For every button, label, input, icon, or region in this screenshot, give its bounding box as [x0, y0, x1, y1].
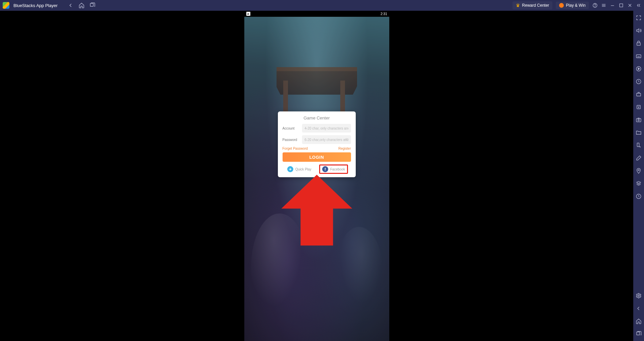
rightbar-bottom — [636, 293, 642, 341]
location-icon[interactable] — [636, 168, 642, 174]
statusbar-badge: A — [246, 12, 250, 16]
login-title: Game Center — [283, 115, 351, 120]
titlebar-left: BlueStacks App Player — [3, 2, 95, 9]
right-sidebar — [633, 11, 644, 341]
password-input[interactable] — [302, 135, 351, 144]
play-and-win-button[interactable]: Play & Win — [556, 2, 589, 9]
svg-rect-10 — [636, 118, 641, 122]
play-win-label: Play & Win — [566, 3, 586, 8]
show-password-icon[interactable] — [344, 137, 349, 142]
screenshot-icon[interactable] — [636, 117, 642, 123]
rotate-icon[interactable] — [636, 142, 642, 148]
macro-icon[interactable] — [636, 104, 642, 110]
quick-play-button[interactable]: ✈ Quick Play — [285, 165, 313, 173]
svg-point-15 — [638, 295, 640, 297]
reward-center-button[interactable]: ♛ Reward Center — [512, 1, 553, 9]
login-button[interactable]: LOGIN — [283, 152, 351, 162]
multi-instance-icon[interactable] — [636, 181, 642, 187]
quick-play-label: Quick Play — [295, 167, 311, 171]
svg-rect-5 — [636, 55, 641, 58]
facebook-login-button[interactable]: f Facebook — [319, 164, 348, 174]
register-link[interactable]: Register — [338, 147, 351, 150]
crown-icon: ♛ — [516, 3, 520, 8]
maximize-icon[interactable] — [618, 3, 624, 8]
facebook-label: Facebook — [330, 167, 345, 171]
volume-icon[interactable] — [636, 28, 642, 34]
android-home-icon[interactable] — [636, 318, 642, 324]
password-label: Password — [283, 138, 299, 142]
media-folder-icon[interactable] — [636, 130, 642, 136]
eraser-icon[interactable] — [636, 155, 642, 161]
social-row: ✈ Quick Play f Facebook — [283, 164, 351, 174]
login-card: Game Center Account Password Forget Pass… — [278, 111, 356, 177]
account-row: Account — [283, 124, 351, 133]
help-icon[interactable] — [592, 3, 598, 8]
recent-apps-icon[interactable] — [89, 2, 95, 8]
temple-gate-art — [266, 54, 367, 121]
back-icon[interactable] — [68, 2, 74, 8]
bluestacks-logo-icon — [3, 2, 9, 9]
settings-icon[interactable] — [636, 293, 642, 299]
toolbox-icon[interactable] — [636, 91, 642, 97]
reward-center-label: Reward Center — [522, 3, 549, 8]
svg-rect-4 — [637, 43, 641, 46]
svg-rect-8 — [637, 93, 641, 96]
collapse-sidebar-icon[interactable] — [636, 3, 641, 8]
statusbar-time: 2:31 — [381, 12, 387, 16]
svg-rect-0 — [90, 3, 93, 6]
nav-icons — [68, 2, 95, 8]
svg-point-13 — [638, 169, 639, 171]
keyboard-icon[interactable] — [636, 53, 642, 59]
facebook-icon: f — [322, 166, 328, 172]
svg-point-11 — [638, 119, 640, 121]
links-row: Forget Password Register — [283, 147, 351, 150]
phone-frame: A 2:31 Game Center Account Password Fo — [244, 11, 389, 341]
install-apk-icon[interactable] — [636, 66, 642, 72]
lock-cursor-icon[interactable] — [636, 40, 642, 46]
svg-rect-3 — [620, 4, 623, 7]
svg-point-2 — [595, 6, 595, 7]
titlebar-right: ♛ Reward Center Play & Win — [512, 1, 641, 9]
forget-password-link[interactable]: Forget Password — [283, 147, 308, 150]
rocket-icon: ✈ — [287, 166, 293, 172]
svg-point-17 — [346, 139, 347, 140]
home-icon[interactable] — [79, 2, 85, 8]
close-icon[interactable] — [627, 3, 633, 8]
sync-icon[interactable] — [636, 79, 642, 85]
record-icon[interactable] — [636, 193, 642, 199]
fullscreen-icon[interactable] — [636, 15, 642, 21]
annotation-arrow — [280, 173, 354, 247]
titlebar: BlueStacks App Player ♛ Reward Center Pl… — [0, 0, 644, 11]
android-statusbar: A 2:31 — [244, 11, 389, 17]
account-label: Account — [283, 127, 299, 130]
android-back-icon[interactable] — [636, 305, 642, 311]
hamburger-menu-icon[interactable] — [601, 3, 606, 8]
coin-icon — [559, 3, 564, 8]
app-area: A 2:31 Game Center Account Password Fo — [0, 11, 633, 341]
svg-rect-16 — [637, 332, 640, 335]
svg-rect-12 — [637, 143, 639, 147]
app-title: BlueStacks App Player — [13, 3, 58, 8]
password-row: Password — [283, 135, 351, 144]
minimize-icon[interactable] — [610, 3, 615, 8]
android-recent-icon[interactable] — [636, 331, 642, 337]
account-input[interactable] — [302, 124, 351, 133]
